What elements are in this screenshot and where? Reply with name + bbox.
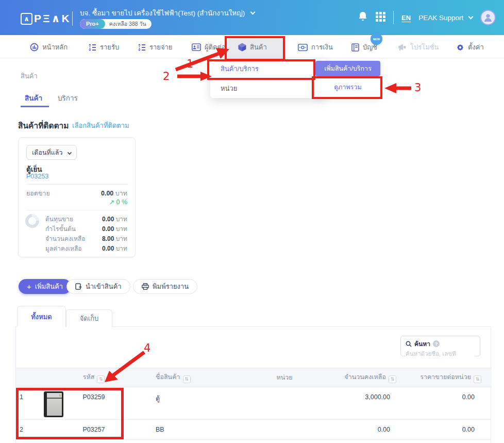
table-tab-all[interactable]: ทั้งหมด <box>17 306 66 327</box>
sales-label: ยอดขาย <box>26 188 50 199</box>
notification-bell-icon[interactable] <box>358 11 368 24</box>
add-product-service-button[interactable]: เพิ่มสินค้า/บริการ <box>315 61 380 76</box>
plan-tier-badge: Pro+ <box>80 19 105 29</box>
avatar[interactable] <box>480 10 496 25</box>
user-name: PEAK Support <box>418 14 463 22</box>
nav-item-home[interactable]: หน้าหลัก <box>30 42 68 53</box>
nav-item-income[interactable]: รายรับ <box>89 42 119 53</box>
tab-products[interactable]: สินค้า <box>25 92 42 104</box>
card-divider <box>26 184 128 185</box>
annotation-number-3: 3 <box>414 81 421 94</box>
annotation-number-2: 2 <box>163 70 170 83</box>
nav-item-promotion[interactable]: โปรโมชั่น <box>398 42 439 53</box>
trend-up-icon: ↗ <box>109 199 114 206</box>
company-switcher[interactable]: บจ. ซื้อมา ขายไป เครื่องใช้ไฟฟ้า(Test) (… <box>80 7 255 19</box>
apps-grid-icon[interactable] <box>376 12 385 24</box>
dashboard-icon <box>30 43 39 52</box>
contacts-icon <box>192 43 201 51</box>
nav-item-finance[interactable]: การเงิน <box>298 42 333 53</box>
menu-item-units[interactable]: หน่วย › <box>210 78 326 98</box>
header-divider <box>393 11 394 24</box>
tracked-products-title: สินค้าที่ติดตาม <box>18 119 69 132</box>
company-name: บจ. ซื้อมา ขายไป เครื่องใช้ไฟฟ้า(Test) (… <box>80 9 245 17</box>
nav-item-expense[interactable]: รายจ่าย <box>138 42 172 53</box>
search-input[interactable] <box>406 351 475 357</box>
top-header-bar: ∧ PΞ∧K บจ. ซื้อมา ขายไป เครื่องใช้ไฟฟ้า(… <box>0 0 504 35</box>
stat-qty-remaining: จำนวนคงเหลือ 8.00 บาท <box>45 234 127 241</box>
sort-icon[interactable]: ⇅ <box>97 375 105 383</box>
add-product-button[interactable]: + เพิ่มสินค้า <box>19 279 71 294</box>
import-icon <box>75 283 82 290</box>
table-row[interactable]: 2 P03257 BB 0.00 0.00 <box>16 420 492 440</box>
view-overview-button[interactable]: ดูภาพรวม <box>315 77 380 97</box>
chevron-down-icon <box>468 14 474 19</box>
table-tab-archived[interactable]: จัดเก็บ <box>66 309 112 327</box>
peak-logo-text[interactable]: PΞ∧K <box>34 12 71 25</box>
plan-days-remaining: คงเหลือ 388 วัน <box>105 20 146 28</box>
search-box[interactable]: ค้นหา ? <box>400 336 480 356</box>
table-header-row: รหัส⇅ ชื่อสินค้า⇅ หน่วย จำนวนคงเหลือ⇅ รา… <box>16 368 492 387</box>
income-icon <box>89 43 96 52</box>
stat-cost: ต้นทุนขาย 0.00 บาท <box>45 214 127 222</box>
settings-icon <box>456 43 464 52</box>
search-icon <box>406 341 412 347</box>
new-feature-badge: NEW <box>371 33 382 45</box>
table-row[interactable]: 1 P03259 ตู้ 3,000.00 0.00 <box>16 387 492 420</box>
nav-item-products[interactable]: สินค้า <box>238 42 267 53</box>
chevron-down-icon <box>68 150 72 154</box>
tracked-product-card: เดือนที่แล้ว ตู้เย็น P03253 ยอดขาย 0.00 … <box>18 137 136 257</box>
active-tab-underline <box>21 106 49 107</box>
product-image <box>44 391 63 417</box>
plan-badge: Pro+ คงเหลือ 388 วัน <box>80 19 152 29</box>
search-label: ค้นหา <box>414 339 430 349</box>
plus-icon: + <box>27 282 31 291</box>
menu-item-products-services[interactable]: สินค้า/บริการ › <box>210 59 326 78</box>
sort-icon[interactable]: ⇅ <box>183 375 191 383</box>
products-dropdown-menu: สินค้า/บริการ › หน่วย › <box>210 59 326 98</box>
finance-icon <box>298 44 308 51</box>
products-table-panel: ค้นหา ? รหัส⇅ ชื่อสินค้า⇅ <box>15 326 491 443</box>
accounting-icon <box>351 43 359 52</box>
import-products-button[interactable]: นำเข้าสินค้า <box>66 279 130 294</box>
language-toggle[interactable]: EN <box>401 14 411 22</box>
promotion-icon <box>398 43 407 51</box>
header-index <box>16 368 31 387</box>
app-window: ∧ PΞ∧K บจ. ซื้อมา ขายไป เครื่องใช้ไฟฟ้า(… <box>0 0 504 443</box>
print-report-button[interactable]: พิมพ์รายงาน <box>133 279 197 294</box>
tab-services[interactable]: บริการ <box>58 92 78 104</box>
header-image <box>31 368 60 387</box>
product-code-link[interactable]: P03257 <box>60 420 127 440</box>
sort-icon[interactable]: ⇅ <box>389 375 396 383</box>
nav-item-contacts[interactable]: ผู้ติดต่อ <box>192 42 226 53</box>
products-table: รหัส⇅ ชื่อสินค้า⇅ หน่วย จำนวนคงเหลือ⇅ รา… <box>16 368 492 440</box>
nav-item-settings[interactable]: ตั้งค่า <box>456 42 484 53</box>
sales-trend: ↗ 0 % <box>109 198 127 206</box>
sort-icon[interactable]: ⇅ <box>474 375 481 383</box>
donut-chart-icon <box>22 211 42 231</box>
product-icon <box>238 43 246 52</box>
header-name: ชื่อสินค้า⇅ <box>127 368 238 387</box>
printer-icon <box>142 283 149 290</box>
header-price: ราคาขายต่อหน่วย⇅ <box>411 368 492 387</box>
product-code-link[interactable]: P03259 <box>60 387 127 420</box>
header-code: รหัส⇅ <box>60 368 127 387</box>
header-unit: หน่วย <box>238 368 331 387</box>
product-code-link[interactable]: P03253 <box>26 173 48 180</box>
breadcrumb: สินค้า <box>21 71 38 81</box>
expense-icon <box>138 43 146 52</box>
help-icon[interactable]: ? <box>433 340 440 347</box>
sales-value: 0.00 บาท <box>101 188 127 199</box>
chevron-down-icon <box>250 10 256 15</box>
logo-divider <box>72 11 73 26</box>
period-select[interactable]: เดือนที่แล้ว <box>26 145 77 160</box>
card-divider <box>26 210 128 210</box>
stat-value-remaining: มูลค่าคงเหลือ 0.00 บาท <box>45 243 127 251</box>
annotation-number-1: 1 <box>187 58 193 70</box>
stat-gross-profit: กำไรขั้นต้น 0.00 บาท <box>45 224 127 232</box>
select-tracked-products-link[interactable]: เลือกสินค้าที่ติดตาม <box>72 120 129 131</box>
peak-logo-icon[interactable]: ∧ <box>21 13 32 25</box>
user-menu[interactable]: PEAK Support <box>418 14 473 22</box>
header-qty: จำนวนคงเหลือ⇅ <box>331 368 411 387</box>
